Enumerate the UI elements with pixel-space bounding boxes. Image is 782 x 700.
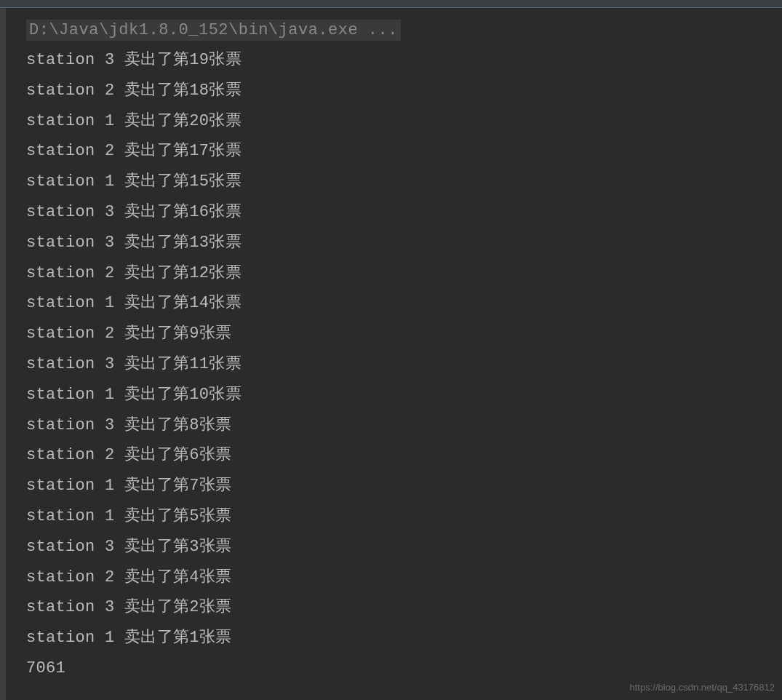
ticket-message: 卖出了第6张票 bbox=[115, 446, 232, 464]
console-line: station 1 卖出了第14张票 bbox=[26, 288, 762, 319]
station-label: station 1 bbox=[26, 112, 115, 130]
ticket-message: 卖出了第19张票 bbox=[115, 51, 242, 69]
ticket-message: 卖出了第12张票 bbox=[115, 264, 242, 282]
station-label: station 1 bbox=[26, 507, 115, 525]
watermark-text: https://blog.csdn.net/qq_43176812 bbox=[630, 682, 775, 693]
console-line: station 2 卖出了第6张票 bbox=[26, 440, 762, 471]
console-line: station 3 卖出了第11张票 bbox=[26, 349, 762, 380]
console-line: station 2 卖出了第9张票 bbox=[26, 319, 762, 349]
console-line: station 1 卖出了第20张票 bbox=[26, 106, 762, 137]
station-label: station 1 bbox=[26, 629, 115, 647]
console-line: station 2 卖出了第4张票 bbox=[26, 562, 762, 593]
ticket-message: 卖出了第7张票 bbox=[115, 477, 232, 495]
console-lines-container: station 3 卖出了第19张票station 2 卖出了第18张票stat… bbox=[26, 45, 762, 653]
console-gutter bbox=[0, 8, 6, 700]
station-label: station 2 bbox=[26, 325, 115, 343]
console-output[interactable]: D:\Java\jdk1.8.0_152\bin\java.exe ... st… bbox=[6, 8, 782, 700]
console-line: station 3 卖出了第3张票 bbox=[26, 532, 762, 562]
console-line: station 1 卖出了第1张票 bbox=[26, 623, 762, 653]
ticket-message: 卖出了第20张票 bbox=[115, 112, 242, 130]
console-line: station 1 卖出了第7张票 bbox=[26, 471, 762, 501]
console-final-line: 7061 bbox=[26, 653, 762, 684]
station-label: station 3 bbox=[26, 598, 115, 616]
ticket-message: 卖出了第11张票 bbox=[115, 355, 242, 373]
console-line: station 2 卖出了第17张票 bbox=[26, 136, 762, 167]
ticket-message: 卖出了第8张票 bbox=[115, 416, 232, 434]
station-label: station 2 bbox=[26, 568, 115, 586]
ticket-message: 卖出了第9张票 bbox=[115, 325, 232, 343]
ticket-message: 卖出了第2张票 bbox=[115, 598, 232, 616]
station-label: station 3 bbox=[26, 355, 115, 373]
station-label: station 3 bbox=[26, 51, 115, 69]
station-label: station 3 bbox=[26, 416, 115, 434]
ticket-message: 卖出了第17张票 bbox=[115, 142, 242, 160]
station-label: station 3 bbox=[26, 234, 115, 252]
console-line: station 1 卖出了第5张票 bbox=[26, 501, 762, 532]
station-label: station 3 bbox=[26, 538, 115, 556]
ticket-message: 卖出了第5张票 bbox=[115, 507, 232, 525]
station-label: station 2 bbox=[26, 446, 115, 464]
station-label: station 2 bbox=[26, 142, 115, 160]
station-label: station 1 bbox=[26, 477, 115, 495]
ticket-message: 卖出了第15张票 bbox=[115, 172, 242, 191]
console-first-line: D:\Java\jdk1.8.0_152\bin\java.exe ... bbox=[26, 20, 401, 41]
station-label: station 1 bbox=[26, 172, 115, 191]
station-label: station 1 bbox=[26, 294, 115, 312]
ticket-message: 卖出了第4张票 bbox=[115, 568, 232, 586]
ticket-message: 卖出了第3张票 bbox=[115, 538, 232, 556]
console-line: station 3 卖出了第19张票 bbox=[26, 45, 762, 76]
station-label: station 3 bbox=[26, 203, 115, 221]
console-line: station 3 卖出了第2张票 bbox=[26, 592, 762, 623]
console-line: station 3 卖出了第13张票 bbox=[26, 228, 762, 258]
station-label: station 2 bbox=[26, 264, 115, 282]
console-line: station 2 卖出了第18张票 bbox=[26, 76, 762, 106]
console-line: station 1 卖出了第15张票 bbox=[26, 167, 762, 197]
ticket-message: 卖出了第1张票 bbox=[115, 629, 232, 647]
ticket-message: 卖出了第14张票 bbox=[115, 294, 242, 312]
tab-bar bbox=[0, 0, 782, 8]
ticket-message: 卖出了第16张票 bbox=[115, 203, 242, 221]
console-line: station 3 卖出了第16张票 bbox=[26, 197, 762, 228]
ticket-message: 卖出了第13张票 bbox=[115, 234, 242, 252]
console-line: station 1 卖出了第10张票 bbox=[26, 380, 762, 410]
station-label: station 1 bbox=[26, 386, 115, 404]
console-line: station 2 卖出了第12张票 bbox=[26, 258, 762, 289]
ticket-message: 卖出了第18张票 bbox=[115, 81, 242, 100]
console-line: station 3 卖出了第8张票 bbox=[26, 410, 762, 441]
station-label: station 2 bbox=[26, 81, 115, 100]
ticket-message: 卖出了第10张票 bbox=[115, 386, 242, 404]
